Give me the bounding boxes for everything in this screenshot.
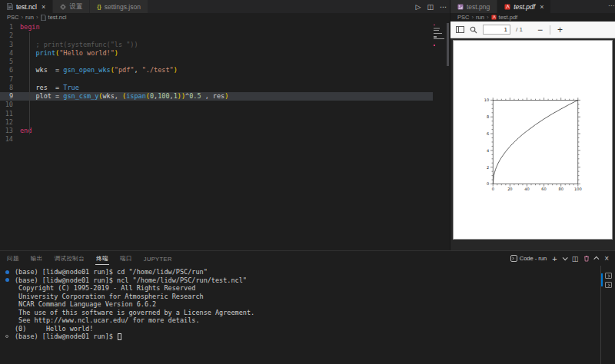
code-line[interactable]: 5	[0, 58, 433, 66]
file-icon	[7, 3, 13, 10]
run-icon[interactable]: ▷	[416, 3, 421, 11]
tab-label: test.png	[467, 3, 490, 11]
command-status-dot	[5, 270, 9, 274]
file-icon	[41, 15, 46, 21]
panel-tab-output[interactable]: 输出	[30, 253, 44, 264]
zoom-in-button[interactable]: +	[550, 25, 570, 35]
terminal-list	[600, 266, 615, 364]
code-line[interactable]: 11	[0, 110, 433, 118]
zoom-out-button[interactable]: −	[530, 25, 550, 35]
panel-tab-terminal[interactable]: 终端	[95, 253, 109, 265]
code-area[interactable]: 1begin23 ; print(systemfunc("ls "))4 pri…	[0, 22, 433, 250]
svg-text:0: 0	[487, 181, 489, 186]
code-editor[interactable]: 1begin23 ; print(systemfunc("ls "))4 pri…	[0, 22, 450, 250]
terminal-output-line: (0) Hello world!	[5, 325, 600, 333]
code-line[interactable]: 10	[0, 101, 433, 109]
svg-text:40: 40	[524, 187, 529, 192]
shell-label: Code - run	[520, 255, 547, 262]
code-line[interactable]: 6 wks = gsn_open_wks("pdf", "./test")	[0, 66, 433, 74]
chevron-down-icon[interactable]	[562, 255, 567, 260]
terminal-output-line: Copyright (C) 1995-2019 - All Rights Res…	[5, 284, 600, 293]
breadcrumb-item[interactable]: PSC	[7, 14, 18, 21]
svg-text:4: 4	[487, 148, 489, 153]
terminal-selection-bar	[601, 273, 603, 286]
svg-text:8: 8	[487, 114, 489, 119]
code-line[interactable]: 12	[0, 118, 433, 127]
breadcrumb: PSC › run › test.ncl	[0, 13, 450, 22]
tab-label: settings.json	[105, 3, 141, 11]
svg-text:80: 80	[558, 187, 563, 192]
terminal-instance-icon[interactable]	[605, 282, 612, 288]
code-line[interactable]: 9 plot = gsn_csm_y(wks, (ispan(0,100,1))…	[0, 92, 433, 101]
breadcrumb-separator: ›	[471, 14, 474, 21]
search-icon[interactable]	[470, 26, 477, 34]
code-line[interactable]: 4 print("Hello world!")	[0, 49, 433, 58]
split-terminal-icon[interactable]: ◫	[572, 255, 579, 263]
command-status-dot	[5, 335, 8, 338]
breadcrumb-item[interactable]: test.pdf	[499, 14, 518, 21]
tab-settings-json[interactable]: {} settings.json	[90, 0, 148, 13]
ncl-sqrt-plot: 0204060801000246810	[454, 41, 612, 239]
code-line[interactable]: 8 res = True	[0, 84, 433, 92]
tab-test-ncl[interactable]: test.ncl ×	[0, 0, 53, 13]
breadcrumb-item[interactable]: run	[476, 14, 484, 21]
terminal-actions: Code - run + ◫ ×	[510, 254, 609, 263]
terminal-output-line: See http://www.ncl.ucar.edu/ for more de…	[5, 316, 600, 325]
page-total: / 1	[516, 26, 523, 33]
editor-scrollbar[interactable]	[446, 22, 450, 250]
code-line[interactable]: 1begin	[0, 23, 433, 31]
tab-test-pdf[interactable]: test.pdf ×	[497, 0, 551, 13]
svg-text:60: 60	[541, 187, 546, 192]
minimap[interactable]	[433, 23, 446, 250]
panel-tab-ports[interactable]: 端口	[119, 253, 133, 264]
panel-tab-problems[interactable]: 问题	[6, 253, 20, 264]
pdf-icon	[504, 4, 510, 10]
tab-test-png[interactable]: test.png	[450, 0, 497, 13]
scrollbar-slider[interactable]	[447, 23, 449, 66]
shell-selector[interactable]: Code - run	[510, 255, 547, 262]
tab-settings[interactable]: 设置	[53, 0, 90, 13]
breadcrumb-item[interactable]: test.ncl	[48, 14, 67, 21]
split-editor-icon[interactable]: ◫	[427, 3, 434, 11]
tab-label: test.ncl	[16, 3, 37, 11]
pdf-viewer[interactable]: 0204060801000246810	[450, 38, 615, 250]
tab-label: test.pdf	[514, 3, 535, 11]
terminal-prompt-line: (base) [lidw@node01 run]$ cd "/home/lidw…	[5, 268, 600, 276]
breadcrumb-separator: ›	[21, 14, 23, 21]
panel-tab-debug-console[interactable]: 调试控制台	[54, 253, 86, 264]
new-terminal-icon[interactable]: +	[552, 254, 557, 263]
close-icon[interactable]: ×	[540, 3, 544, 11]
code-line[interactable]: 2	[0, 31, 433, 40]
breadcrumb-item[interactable]: run	[25, 14, 34, 21]
terminal-cursor	[118, 333, 121, 340]
terminal-output[interactable]: (base) [lidw@node01 run]$ cd "/home/lidw…	[0, 266, 600, 364]
pdf-page: 0204060801000246810	[453, 40, 613, 240]
vscode-window: test.ncl × 设置 {} settings.json ▷ ◫ ⋯	[0, 0, 615, 364]
page-number-input[interactable]	[483, 25, 510, 35]
kill-terminal-icon[interactable]	[583, 255, 590, 262]
image-icon	[457, 4, 464, 10]
pdf-toolbar: / 1 − +	[450, 22, 615, 38]
command-status-dot	[5, 278, 9, 282]
tabbar-right: test.png test.pdf × ⋯	[450, 0, 615, 13]
close-panel-icon[interactable]: ×	[604, 254, 609, 263]
breadcrumb-separator: ›	[487, 14, 489, 21]
gear-icon	[60, 4, 66, 10]
code-line[interactable]: 13end	[0, 127, 433, 135]
code-line[interactable]: 14	[0, 135, 433, 144]
tab-label: 设置	[69, 2, 82, 12]
editor-actions: ▷ ◫ ⋯	[416, 0, 447, 13]
more-actions-icon[interactable]: ⋯	[440, 3, 447, 11]
zoom-controls: − +	[530, 25, 570, 35]
editor-group-right: test.png test.pdf × ⋯ PSC › run › test.p…	[450, 0, 615, 250]
panel-tab-jupyter[interactable]: JUPYTER	[143, 253, 173, 264]
code-line[interactable]: 7	[0, 75, 433, 84]
more-actions-icon[interactable]: ⋯	[608, 2, 614, 9]
terminal-instance-icon[interactable]	[605, 273, 612, 279]
close-icon[interactable]: ×	[42, 3, 45, 11]
terminal-icon	[510, 255, 517, 262]
code-line[interactable]: 3 ; print(systemfunc("ls "))	[0, 41, 433, 49]
breadcrumb-item[interactable]: PSC	[457, 14, 469, 21]
sidebar-toggle-icon[interactable]	[456, 26, 464, 33]
maximize-panel-icon[interactable]	[593, 256, 599, 262]
